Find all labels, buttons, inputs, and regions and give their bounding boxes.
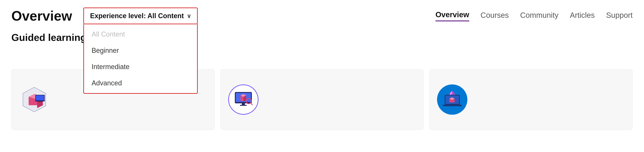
tab-overview[interactable]: Overview	[436, 10, 469, 21]
svg-rect-18	[443, 105, 462, 106]
svg-rect-13	[240, 105, 247, 106]
card-2[interactable]	[220, 69, 424, 130]
page-container: Overview Experience level: All Content ∨…	[0, 0, 644, 152]
card-2-icon	[228, 84, 258, 115]
tab-courses[interactable]: Courses	[481, 11, 509, 21]
experience-dropdown-menu: All Content Beginner Intermediate Advanc…	[84, 24, 198, 94]
hexagon-icon	[20, 85, 48, 114]
header-left: Overview Experience level: All Content ∨…	[11, 7, 198, 24]
experience-dropdown-trigger[interactable]: Experience level: All Content ∨	[84, 7, 198, 24]
tab-support[interactable]: Support	[606, 11, 633, 21]
svg-rect-5	[36, 95, 44, 100]
svg-marker-21	[450, 91, 452, 95]
nav-tabs: Overview Courses Community Articles Supp…	[436, 10, 633, 21]
dropdown-item-beginner[interactable]: Beginner	[84, 42, 197, 59]
circle-blue-icon	[437, 84, 467, 115]
dropdown-item-all-content[interactable]: All Content	[84, 26, 197, 42]
tab-community[interactable]: Community	[520, 11, 558, 21]
card-3[interactable]	[429, 69, 633, 130]
dropdown-item-advanced[interactable]: Advanced	[84, 75, 197, 91]
chevron-down-icon: ∨	[187, 13, 191, 19]
svg-marker-20	[452, 91, 454, 95]
dropdown-label: Experience level: All Content	[90, 12, 184, 20]
cube-screen-icon	[232, 88, 255, 111]
laptop-cube-icon	[441, 88, 464, 111]
section-label: Guided learning	[11, 32, 86, 43]
card-3-icon	[437, 84, 467, 115]
experience-dropdown-wrapper: Experience level: All Content ∨ All Cont…	[84, 7, 198, 24]
dropdown-item-intermediate[interactable]: Intermediate	[84, 59, 197, 75]
circle-purple-icon	[228, 84, 258, 115]
page-title: Overview	[11, 9, 72, 23]
header-row: Overview Experience level: All Content ∨…	[11, 7, 633, 24]
card-1-icon	[19, 84, 50, 115]
tab-articles[interactable]: Articles	[570, 11, 595, 21]
